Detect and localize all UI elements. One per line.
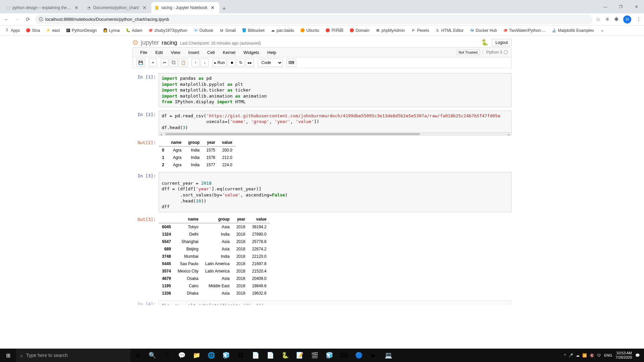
bookmark-item[interactable]: 🪣Bitbucket xyxy=(240,27,266,34)
tray-icon[interactable]: ^ xyxy=(564,353,566,358)
reload-button[interactable]: ⟳ xyxy=(24,16,32,22)
taskbar-app-icon[interactable]: ⌨ xyxy=(337,349,352,362)
h-scrollbar[interactable]: ◂▸ xyxy=(159,133,512,135)
restart-button[interactable]: ↻ xyxy=(237,59,245,67)
start-button[interactable]: ⊞ xyxy=(0,349,16,362)
menu-widgets[interactable]: Widgets xyxy=(239,49,263,56)
cell-4[interactable]: In [4]: fig, ax = plt.subplots(figsize=(… xyxy=(132,300,512,305)
taskbar-app-icon[interactable]: 📝 xyxy=(292,349,307,362)
tray-icon[interactable]: 📶 xyxy=(582,353,587,358)
menu-kernel[interactable]: Kernel xyxy=(219,49,239,56)
bookmark-item[interactable]: 🐙zhuby1973/python xyxy=(146,27,189,34)
jupyter-logo[interactable]: jupyter xyxy=(141,39,159,46)
kernel-name[interactable]: Python 3 xyxy=(486,50,502,55)
code-input[interactable]: import pandas as pd import matplotlib.py… xyxy=(159,73,512,107)
code-input[interactable]: fig, ax = plt.subplots(figsize=(15, 8)) xyxy=(159,300,512,305)
menu-edit[interactable]: Edit xyxy=(151,49,167,56)
taskbar-app-icon[interactable]: 🔵 xyxy=(352,349,366,362)
taskbar-app-icon[interactable]: 💬 xyxy=(174,349,189,362)
save-button[interactable]: 💾 xyxy=(136,59,145,67)
taskbar-search[interactable]: ⌕ Type here to search xyxy=(16,349,130,362)
notebook-title[interactable]: racing xyxy=(162,40,177,46)
logout-button[interactable]: Logout xyxy=(492,39,512,46)
browser-tab-1[interactable]: ◔ Documents/python_chart/ ✕ xyxy=(83,2,151,13)
chrome-menu-icon[interactable]: ⋮ xyxy=(636,16,641,22)
bookmark-item[interactable]: PPexels xyxy=(409,27,431,34)
tray-icon[interactable]: 🎤 xyxy=(569,353,573,358)
taskbar-app-icon[interactable]: 🖼 xyxy=(233,349,248,362)
bookmark-item[interactable]: ⠿Apps xyxy=(3,27,22,34)
code-input[interactable]: current_year = 2018 dff = (df[df['year']… xyxy=(159,172,512,212)
bookmark-item[interactable]: 🅿PythonDesign xyxy=(64,27,99,34)
menu-insert[interactable]: Insert xyxy=(184,49,203,56)
browser-tab-2[interactable]: 📒 racing - Jupyter Notebook ✕ xyxy=(151,2,219,13)
add-cell-button[interactable]: + xyxy=(149,59,157,67)
bookmark-item[interactable]: 🐛Adam xyxy=(124,27,144,34)
minimize-button[interactable]: — xyxy=(598,0,613,13)
taskbar-clock[interactable]: 10:53 AM 7/28/2020 xyxy=(615,351,632,360)
back-button[interactable]: ← xyxy=(3,16,10,22)
taskbar-app-icon[interactable]: 💻 xyxy=(381,349,396,362)
bookmark-item[interactable]: 🔴Sina xyxy=(24,27,42,34)
taskbar-app-icon[interactable]: 🎬 xyxy=(307,349,322,362)
bookmark-item[interactable]: 🐳Docker Hub xyxy=(468,27,499,34)
bookmark-item[interactable]: 5HTML Editor xyxy=(433,27,466,34)
menu-cell[interactable]: Cell xyxy=(203,49,219,56)
taskbar-app-icon[interactable]: 📁 xyxy=(189,349,204,362)
tray-icon[interactable]: 🗨 xyxy=(597,353,601,358)
taskbar-app-icon[interactable]: ▶ xyxy=(366,349,381,362)
bookmark-item[interactable]: ☁pan.baidu xyxy=(269,27,297,34)
code-input[interactable]: df = pd.read_csv('https://gist.githubuse… xyxy=(159,111,512,133)
run-all-button[interactable]: ▸▸ xyxy=(246,59,254,67)
notifications-icon[interactable]: 💬 xyxy=(635,353,640,358)
bookmark-item[interactable]: 📧Outlook xyxy=(192,27,215,34)
extension-icon[interactable]: ✱ xyxy=(614,16,619,22)
bookmark-item[interactable]: 🔬Matplotlib Examples xyxy=(550,27,596,34)
bookmark-item[interactable]: 🔴Domain xyxy=(347,27,371,34)
stop-button[interactable]: ■ xyxy=(228,59,236,67)
forward-button[interactable]: → xyxy=(13,16,21,22)
close-icon[interactable]: ✕ xyxy=(141,4,148,11)
copy-button[interactable]: ⿻ xyxy=(170,59,178,67)
taskbar-app-icon[interactable]: 🌐 xyxy=(204,349,219,362)
bookmark-item[interactable]: 🟠Ubuntu xyxy=(298,27,321,34)
command-palette-button[interactable]: ⌨ xyxy=(286,59,296,67)
browser-tab-0[interactable]: ⬚ python design – explaining the w… ✕ xyxy=(3,2,83,13)
cell-3[interactable]: In [3]: current_year = 2018 dff = (df[df… xyxy=(132,172,512,212)
maximize-button[interactable]: ❐ xyxy=(613,0,629,13)
move-up-button[interactable]: ↑ xyxy=(192,59,200,67)
site-info-icon[interactable]: ⓘ xyxy=(39,16,43,22)
taskbar-app-icon[interactable]: ⊞ xyxy=(130,349,145,362)
new-tab-button[interactable]: + xyxy=(219,4,229,13)
cell-1[interactable]: In [1]: import pandas as pd import matpl… xyxy=(132,73,512,107)
menu-help[interactable]: Help xyxy=(263,49,280,56)
taskbar-app-icon[interactable]: 🐍 xyxy=(278,349,292,362)
close-icon[interactable]: ✕ xyxy=(209,4,216,11)
window-close-button[interactable]: ✕ xyxy=(629,0,644,13)
language-indicator[interactable]: ENG xyxy=(604,353,612,357)
bookmark-item[interactable]: 🛠phpMyAdmin xyxy=(373,27,407,34)
run-button[interactable]: ▸ Run xyxy=(212,59,227,67)
extension-icon[interactable]: ✳ xyxy=(605,16,609,22)
cell-2[interactable]: In [2]: df = pd.read_csv('https://gist.g… xyxy=(132,111,512,136)
trust-button[interactable]: Not Trusted xyxy=(456,50,480,55)
tray-icon[interactable]: 🔇 xyxy=(590,353,594,358)
cut-button[interactable]: ✂ xyxy=(161,59,169,67)
bookmark-item[interactable]: 👩Lynna xyxy=(101,27,122,34)
bookmark-item[interactable]: » xyxy=(598,27,608,34)
taskbar-app-icon[interactable]: ⏱ xyxy=(160,349,174,362)
move-down-button[interactable]: ↓ xyxy=(201,59,209,67)
taskbar-app-icon[interactable]: 🧊 xyxy=(322,349,337,362)
url-input[interactable]: ⓘ localhost:8888/notebooks/Documents/pyt… xyxy=(35,15,592,24)
tray-icon[interactable]: ☁ xyxy=(576,353,580,358)
close-icon[interactable]: ✕ xyxy=(73,4,80,11)
taskbar-app-icon[interactable]: 📄 xyxy=(248,349,263,362)
bookmark-star-icon[interactable]: ☆ xyxy=(596,16,600,22)
cell-type-select[interactable]: Code xyxy=(258,59,283,67)
profile-avatar[interactable]: H xyxy=(623,15,631,23)
taskbar-app-icon[interactable]: 🧊 xyxy=(219,349,233,362)
taskbar-app-icon[interactable]: 🔍 xyxy=(145,349,160,362)
menu-view[interactable]: View xyxy=(167,49,184,56)
bookmark-item[interactable]: 🔴尚码园 xyxy=(323,27,345,34)
bookmark-item[interactable]: 🐙TwoWater/Python:… xyxy=(501,27,548,34)
